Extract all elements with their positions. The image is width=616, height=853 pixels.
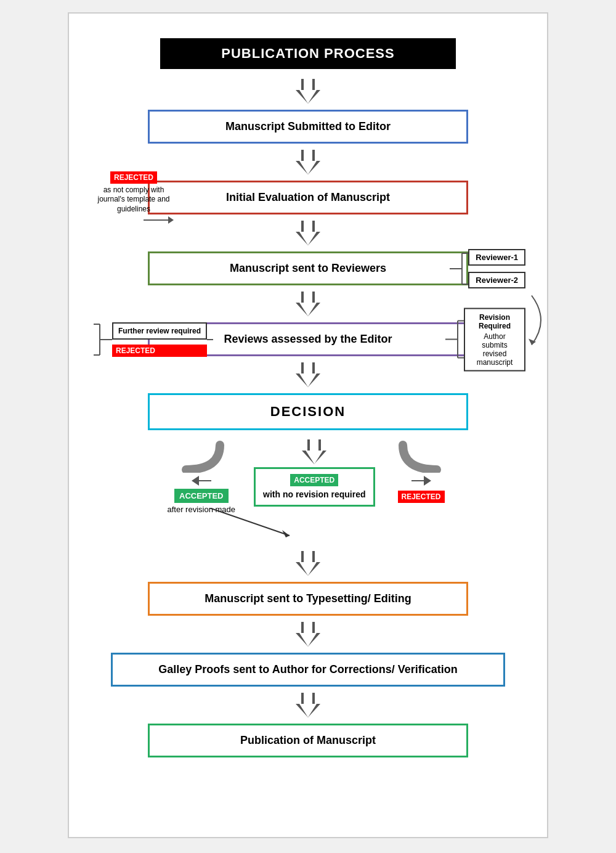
step5-row: DECISION	[87, 391, 529, 433]
step6-row: Manuscript sent to Typesetting/ Editing	[87, 579, 529, 618]
arrow-1	[296, 79, 320, 104]
page-container: PUBLICATION PROCESS Manuscript Submitted…	[68, 12, 548, 838]
left-arrow-accepted	[192, 476, 211, 486]
step3-row: Manuscript sent to Reviewers Reviewer-1 …	[87, 249, 529, 288]
curved-arrow-left	[174, 439, 229, 473]
arrow-5	[296, 362, 320, 387]
revision-text: Author submits revised manuscript	[470, 332, 519, 366]
left-arrow-to-box	[94, 216, 174, 224]
arrow-head	[168, 216, 174, 224]
step3-label: Manuscript sent to Reviewers	[230, 262, 386, 274]
step2-box: Initial Evaluation of Manuscript	[148, 181, 468, 214]
svg-line-15	[209, 508, 290, 536]
arrow-head-right	[424, 476, 431, 486]
rejected-right-badge: REJECTED	[398, 491, 445, 503]
step7-label: Galley Proofs sent to Author for Correct…	[158, 663, 457, 675]
step2-row: REJECTED as not comply with journal's te…	[87, 178, 529, 217]
step6-label: Manuscript sent to Typesetting/ Editing	[205, 592, 411, 605]
right-outcome-col: REJECTED	[394, 439, 449, 503]
further-review-box: Further review required	[112, 322, 207, 340]
flow-diagram: PUBLICATION PROCESS Manuscript Submitted…	[87, 38, 529, 760]
step3-box: Manuscript sent to Reviewers	[148, 251, 468, 285]
step4-label: Reviews assessed by the Editor	[224, 333, 392, 345]
reviewer-list: Reviewer-1 Reviewer-2	[468, 249, 525, 288]
arrow-8	[296, 693, 320, 717]
reviewer-section: Reviewer-1 Reviewer-2	[450, 247, 525, 290]
arrow-head-left	[192, 476, 199, 486]
accepted-no-revision-text: with no revision required	[263, 489, 365, 500]
step7-box: Galley Proofs sent to Author for Correct…	[111, 653, 505, 687]
right-bracket-svg	[445, 315, 464, 364]
step1-row: Manuscript Submitted to Editor	[87, 107, 529, 146]
accepted-no-revision-box: ACCEPTED with no revision required	[254, 467, 375, 507]
reviewer2-box: Reviewer-2	[468, 272, 525, 288]
step5-box: DECISION	[148, 393, 468, 430]
step8-row: Publication of Manuscript	[87, 721, 529, 760]
arrow-6	[296, 551, 320, 576]
title-box: PUBLICATION PROCESS	[160, 38, 456, 69]
reviewer-bracket-svg	[450, 247, 468, 290]
left-outcomes: Further review required REJECTED	[91, 315, 213, 364]
step5-label: DECISION	[270, 404, 346, 419]
decision-outcomes-row: ACCEPTED after revision made ACCEPTED	[87, 436, 529, 514]
arrow-line	[144, 219, 168, 221]
arrow-center	[302, 439, 326, 464]
arrow-4	[296, 292, 320, 316]
right-revision: Revision Required Author submits revised…	[445, 308, 525, 371]
center-outcome-col: ACCEPTED with no revision required	[254, 436, 375, 507]
curved-arrow-right	[394, 439, 449, 473]
revision-required-box: Revision Required Author submits revised…	[464, 308, 525, 371]
arrow-3	[296, 221, 320, 245]
accepted-no-revision-badge: ACCEPTED	[290, 474, 338, 486]
diagonal-arrow-svg	[148, 508, 468, 539]
accepted-revision-badge: ACCEPTED	[174, 489, 229, 503]
reviewer1-box: Reviewer-1	[468, 249, 525, 266]
arrow-2	[296, 150, 320, 174]
step1-label: Manuscript Submitted to Editor	[225, 120, 391, 133]
left-bracket-svg	[91, 315, 112, 364]
arrow-7	[296, 622, 320, 647]
revision-title: Revision Required	[470, 312, 519, 330]
step1-box: Manuscript Submitted to Editor	[148, 110, 468, 144]
rejected-left-text: as not comply with journal's template an…	[94, 186, 174, 214]
right-arrow-rejected	[411, 476, 431, 486]
left-outcome-col: ACCEPTED after revision made	[167, 439, 235, 514]
arrow-shaft	[199, 480, 211, 481]
rejected-left-badge: REJECTED	[110, 171, 157, 184]
loop-arrow-svg	[529, 289, 553, 351]
step8-label: Publication of Manuscript	[240, 734, 376, 746]
title-text: PUBLICATION PROCESS	[221, 46, 394, 61]
left-labels: Further review required REJECTED	[112, 322, 207, 357]
rejected-bottom-badge: REJECTED	[112, 345, 207, 357]
connector	[207, 339, 213, 340]
step7-row: Galley Proofs sent to Author for Correct…	[87, 650, 529, 689]
step6-box: Manuscript sent to Typesetting/ Editing	[148, 582, 468, 616]
step2-label: Initial Evaluation of Manuscript	[226, 191, 390, 203]
rejected-left-note: REJECTED as not comply with journal's te…	[94, 171, 174, 224]
step8-box: Publication of Manuscript	[148, 724, 468, 757]
arrow-shaft-r	[411, 480, 424, 481]
step4-row: Further review required REJECTED Reviews…	[87, 320, 529, 359]
